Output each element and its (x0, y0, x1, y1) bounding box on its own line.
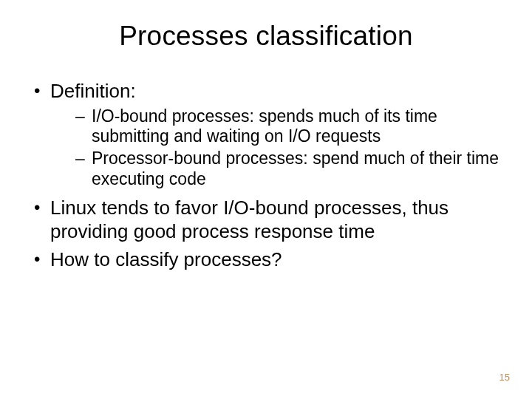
sub-bullet-io-bound: I/O-bound processes: spends much of its … (50, 106, 502, 147)
slide-title: Processes classification (30, 21, 502, 52)
slide-body: Definition: I/O-bound processes: spends … (30, 80, 502, 271)
slide: Processes classification Definition: I/O… (0, 0, 532, 399)
bullet-linux: Linux tends to favor I/O-bound processes… (30, 197, 502, 243)
page-number: 15 (499, 372, 510, 383)
sub-bullet-list: I/O-bound processes: spends much of its … (50, 106, 502, 189)
bullet-list: Definition: I/O-bound processes: spends … (30, 80, 502, 271)
bullet-definition: Definition: I/O-bound processes: spends … (30, 80, 502, 189)
sub-bullet-cpu-bound: Processor-bound processes: spend much of… (50, 149, 502, 189)
bullet-definition-text: Definition: (50, 80, 136, 102)
bullet-classify: How to classify processes? (30, 248, 502, 272)
